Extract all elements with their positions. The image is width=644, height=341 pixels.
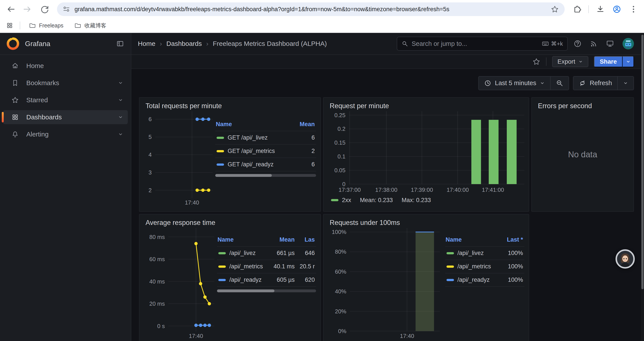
legend-scrollbar[interactable] — [215, 174, 316, 177]
chevron-down-icon[interactable] — [118, 114, 124, 120]
bookmark-folder-label: 收藏博客 — [84, 22, 106, 29]
panel-title[interactable]: Errors per second — [536, 100, 629, 111]
search-input[interactable] — [412, 40, 538, 47]
back-icon[interactable] — [6, 5, 15, 14]
sidebar-item-alerting[interactable]: Alerting — [3, 127, 128, 141]
panel-title[interactable]: Requests under 100ms — [328, 217, 524, 228]
bookmark-folder-freeleaps[interactable]: Freeleaps — [27, 21, 66, 30]
time-range-button[interactable]: Last 5 minutes — [478, 76, 551, 90]
series-color-2xx — [331, 199, 338, 201]
zoom-out-button[interactable] — [550, 76, 569, 90]
reload-icon[interactable] — [40, 5, 50, 14]
panel-title[interactable]: Request per minute — [328, 100, 524, 111]
app-header: Home › Dashboards › Freeleaps Metrics Da… — [131, 33, 644, 55]
refresh-button[interactable]: Refresh — [573, 76, 618, 90]
refresh-interval-button[interactable] — [618, 76, 634, 90]
dock-sidebar-icon[interactable] — [116, 40, 124, 48]
plot-area[interactable]: 17:40 — [350, 228, 440, 340]
bookmark-star-icon[interactable] — [550, 5, 559, 14]
chevron-down-icon[interactable] — [118, 131, 124, 137]
favorite-star-icon[interactable] — [532, 58, 540, 66]
legend-series-2xx[interactable]: 2xx — [331, 197, 351, 204]
chevron-down-icon — [626, 59, 631, 64]
series-last: 646 — [296, 246, 316, 260]
legend: Name Mean Las /api/_livez 661 µs 64 — [214, 228, 316, 340]
forward-icon[interactable] — [23, 5, 32, 14]
series-mean: 40.1 ms — [264, 260, 296, 273]
sidebar-item-home[interactable]: Home — [3, 59, 128, 73]
bookmark-folder-blogs[interactable]: 收藏博客 — [72, 21, 108, 31]
export-button[interactable]: Export — [552, 56, 588, 67]
legend-col-last[interactable]: Las — [296, 234, 316, 246]
request-per-minute-chart[interactable]: 00.050.10.150.20.25 17:37:0017:38:0017:3… — [328, 111, 524, 194]
user-avatar[interactable] — [622, 38, 634, 50]
panel-title[interactable]: Average response time — [144, 217, 316, 228]
series-name[interactable]: 2xx — [342, 197, 351, 204]
series-name[interactable]: /api/_readyz — [229, 276, 262, 283]
legend-scrollbar[interactable] — [217, 289, 316, 292]
downloads-icon[interactable] — [596, 5, 605, 14]
bookmark-icon — [12, 79, 19, 87]
series-name[interactable]: GET /api/_readyz — [228, 161, 274, 168]
extensions-icon[interactable] — [572, 5, 581, 14]
dashboards-grid-icon — [12, 113, 19, 121]
apps-grid-icon[interactable] — [6, 22, 13, 29]
series-name[interactable]: GET /api/_metrics — [228, 148, 275, 154]
series-name[interactable]: /api/_livez — [458, 250, 484, 256]
panel-under-100ms: Requests under 100ms 0%20%40%60%80%100% … — [323, 214, 529, 341]
plot-area[interactable]: 17:37:0017:38:0017:39:0017:40:0017:41:00 — [349, 111, 524, 194]
series-color-livez — [216, 137, 224, 139]
panel-title[interactable]: Total requests per minute — [144, 100, 316, 111]
site-settings-icon[interactable] — [63, 6, 70, 13]
breadcrumb-home[interactable]: Home — [138, 40, 156, 47]
series-mean: 6 — [294, 158, 316, 171]
refresh-label: Refresh — [590, 80, 612, 87]
scrollbar-thumb[interactable] — [641, 35, 644, 289]
search-box[interactable]: ⌘+k — [397, 37, 568, 51]
legend-row: /api/_metrics 100% — [445, 260, 524, 273]
breadcrumb-dashboards[interactable]: Dashboards — [166, 40, 202, 47]
url-bar[interactable]: grafana.mathmast.com/d/deytv4rwavabkb/fr… — [57, 3, 565, 16]
series-name[interactable]: /api/_livez — [229, 250, 256, 256]
sidebar-item-starred[interactable]: Starred — [3, 93, 128, 107]
search-shortcut-label: ⌘+k — [551, 40, 563, 47]
sidebar-item-bookmarks[interactable]: Bookmarks — [3, 76, 128, 90]
avg-response-chart[interactable]: 0 s20 ms40 ms60 ms80 ms 17:40 — [144, 228, 214, 340]
browser-toolbar: grafana.mathmast.com/d/deytv4rwavabkb/fr… — [0, 0, 644, 19]
brand-name[interactable]: Grafana — [25, 40, 50, 48]
legend-col-name[interactable]: Name — [445, 234, 492, 246]
page-scrollbar[interactable] — [641, 33, 644, 341]
monitor-icon[interactable] — [606, 40, 614, 48]
series-color-metrics — [446, 265, 454, 268]
chevron-down-icon[interactable] — [118, 97, 124, 103]
legend-col-mean[interactable]: Mean — [294, 119, 316, 131]
grafana-logo[interactable] — [6, 37, 19, 50]
legend-col-name[interactable]: Name — [217, 234, 264, 246]
sidebar-item-dashboards[interactable]: Dashboards — [3, 110, 128, 124]
share-button[interactable]: Share — [594, 56, 622, 67]
chevron-down-icon[interactable] — [118, 80, 124, 86]
panel-avg-response-time: Average response time 0 s20 ms40 ms60 ms… — [139, 214, 321, 341]
url-text[interactable]: grafana.mathmast.com/d/deytv4rwavabkb/fr… — [74, 6, 546, 13]
legend-col-last[interactable]: Last * — [492, 234, 524, 246]
news-rss-icon[interactable] — [590, 40, 598, 48]
series-name[interactable]: GET /api/_livez — [228, 134, 268, 141]
series-mean: 605 µs — [264, 273, 296, 286]
series-name[interactable]: /api/_metrics — [458, 263, 491, 270]
total-requests-chart[interactable]: 23456 17:40 — [144, 111, 212, 206]
sidebar-item-label: Starred — [26, 96, 48, 104]
legend-col-mean[interactable]: Mean — [264, 234, 296, 246]
legend-col-name[interactable]: Name — [215, 119, 294, 131]
plot-area[interactable]: 17:40 — [168, 228, 214, 340]
under-100ms-chart[interactable]: 0%20%40%60%80%100% 17:40 — [328, 228, 440, 340]
help-icon[interactable] — [574, 40, 582, 48]
assistant-avatar[interactable] — [616, 249, 635, 269]
search-shortcut: ⌘+k — [542, 40, 563, 47]
browser-menu-icon[interactable] — [629, 5, 638, 14]
series-name[interactable]: /api/_readyz — [458, 276, 490, 283]
series-name[interactable]: /api/_metrics — [229, 263, 263, 270]
share-menu-button[interactable] — [622, 56, 634, 67]
bookmarks-bar: Freeleaps 收藏博客 — [0, 19, 644, 33]
plot-area[interactable]: 17:40 — [155, 111, 212, 206]
profile-icon[interactable] — [612, 5, 622, 14]
